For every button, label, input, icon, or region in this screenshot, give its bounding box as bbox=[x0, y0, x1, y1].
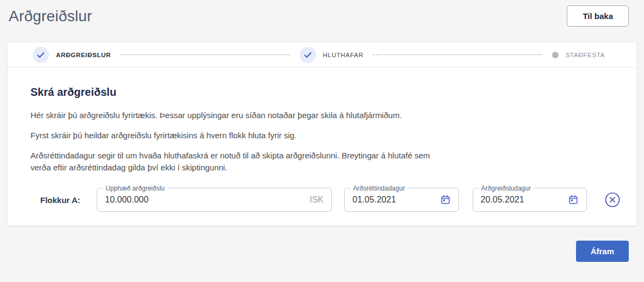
share-class-label: Flokkur A: bbox=[40, 195, 97, 205]
card-heading: Skrá arðgreiðslu bbox=[30, 86, 621, 99]
check-icon bbox=[33, 47, 49, 63]
step-label: HLUTHAFAR bbox=[323, 52, 364, 58]
rights-date-field[interactable]: Arðsréttindadagur bbox=[344, 188, 459, 212]
rights-date-input[interactable] bbox=[352, 195, 436, 205]
instruction-paragraph: Fyrst skráir þú heildar arðgreiðslu fyri… bbox=[30, 130, 441, 142]
calendar-icon[interactable] bbox=[568, 194, 579, 205]
page-header: Arðgreiðslur Til baka bbox=[0, 0, 644, 42]
remove-row-button[interactable] bbox=[604, 191, 621, 209]
continue-button[interactable]: Áfram bbox=[576, 241, 629, 262]
wizard-stepper: ARÐGREIÐSLUR HLUTHAFAR STAÐFESTA bbox=[8, 42, 636, 68]
page-footer: Áfram bbox=[0, 225, 644, 262]
close-circle-icon bbox=[604, 192, 621, 208]
payment-date-field[interactable]: Arðgreiðsludagur bbox=[473, 188, 587, 212]
stepper-step-stadfesta: STAÐFESTA bbox=[552, 52, 605, 58]
dot-icon bbox=[552, 52, 559, 58]
stepper-step-hluthafar[interactable]: HLUTHAFAR bbox=[300, 47, 364, 63]
amount-field-label: Upphæð arðgreiðslu bbox=[103, 185, 168, 192]
step-label: ARÐGREIÐSLUR bbox=[56, 52, 111, 58]
payment-date-label: Arðgreiðsludagur bbox=[479, 185, 534, 192]
step-label: STAÐFESTA bbox=[566, 52, 605, 58]
dividend-card: ARÐGREIÐSLUR HLUTHAFAR STAÐFESTA Skrá ar… bbox=[8, 42, 636, 225]
intro-paragraph: Hér skráir þú arðgreiðslu fyrirtækis. Þe… bbox=[30, 109, 441, 121]
check-icon bbox=[300, 47, 316, 63]
stepper-step-ardgreidslur[interactable]: ARÐGREIÐSLUR bbox=[33, 47, 111, 63]
stepper-connector bbox=[373, 54, 542, 55]
share-class-row: Flokkur A: Upphæð arðgreiðslu ISK Arðsré… bbox=[40, 188, 621, 212]
stepper-connector bbox=[121, 54, 289, 55]
amount-field[interactable]: Upphæð arðgreiðslu ISK bbox=[97, 188, 332, 212]
rights-date-label: Arðsréttindadagur bbox=[350, 185, 407, 192]
currency-suffix: ISK bbox=[309, 195, 324, 205]
amount-input[interactable] bbox=[105, 195, 305, 205]
calendar-icon[interactable] bbox=[440, 194, 451, 205]
back-button[interactable]: Til baka bbox=[567, 5, 629, 27]
card-body: Skrá arðgreiðslu Hér skráir þú arðgreiðs… bbox=[8, 68, 636, 212]
page-title: Arðgreiðslur bbox=[9, 5, 92, 25]
rights-date-paragraph: Arðsréttindadagur segir til um hvaða hlu… bbox=[30, 150, 441, 174]
payment-date-input[interactable] bbox=[481, 195, 564, 205]
